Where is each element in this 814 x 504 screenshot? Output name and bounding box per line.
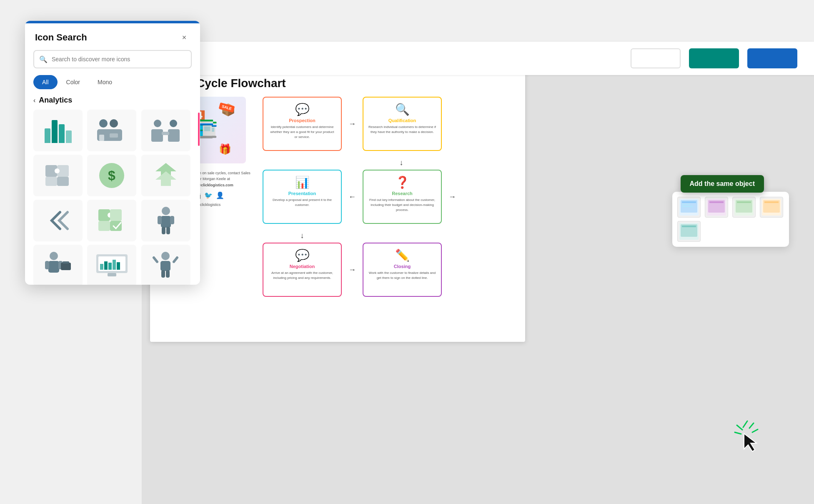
thumb-item-3[interactable] — [732, 197, 756, 218]
back-arrow-icon: ‹ — [33, 97, 35, 104]
svg-rect-63 — [737, 204, 749, 205]
svg-rect-58 — [709, 204, 719, 205]
analytics-screen-icon — [94, 252, 130, 279]
research-icon: ❓ — [368, 176, 436, 189]
svg-rect-48 — [161, 270, 165, 278]
svg-rect-64 — [737, 206, 743, 207]
flow-row-1: 💬 Prospection Identify potential custome… — [263, 97, 513, 151]
svg-rect-67 — [764, 201, 779, 203]
svg-rect-21 — [98, 221, 110, 231]
svg-rect-59 — [709, 206, 717, 207]
filter-tab-color[interactable]: Color — [58, 75, 89, 89]
search-input[interactable] — [33, 50, 192, 68]
svg-rect-25 — [161, 216, 171, 228]
svg-point-0 — [99, 119, 108, 128]
icon-cell-chevrons[interactable] — [33, 200, 83, 241]
arrow-up-icon — [153, 161, 178, 190]
closing-desc: Work with the customer to finalize detai… — [368, 271, 436, 281]
svg-rect-57 — [709, 201, 724, 203]
flow-box-prospection[interactable]: 💬 Prospection Identify potential custome… — [263, 97, 342, 151]
presentation-title: Presentation — [268, 191, 336, 196]
svg-rect-35 — [63, 261, 69, 263]
flowchart-area: 🏪 📦 💰 🎁 SALE For more information on sal… — [163, 97, 513, 303]
icon-cell-briefcase-person[interactable] — [33, 245, 83, 285]
doc-canvas: ▶ CLICK LOGISTICS Sales Cycle Flowchart … — [142, 42, 814, 504]
toolbar-button-white[interactable] — [631, 48, 681, 68]
icon-cell-puzzle[interactable] — [33, 155, 83, 196]
thumbnail-panel — [672, 192, 789, 247]
svg-rect-49 — [166, 270, 170, 278]
flow-box-negotiation[interactable]: 💬 Negotiation Arrive at an agreement wit… — [263, 243, 342, 297]
toolbar-button-blue[interactable] — [747, 48, 797, 68]
document: ▶ CLICK LOGISTICS Sales Cycle Flowchart … — [150, 50, 525, 342]
svg-rect-8 — [168, 129, 180, 142]
negotiation-title: Negotiation — [268, 264, 336, 269]
prospection-title: Prospection — [268, 118, 336, 123]
thumb-item-1[interactable] — [677, 197, 701, 218]
add-same-tooltip: Add the same object — [681, 175, 764, 193]
back-label: Analytics — [39, 96, 72, 105]
research-title: Research — [368, 191, 436, 196]
icon-cell-handshake[interactable] — [141, 110, 190, 151]
svg-rect-34 — [61, 263, 71, 270]
svg-point-44 — [161, 252, 170, 260]
flow-box-research[interactable]: ❓ Research Find out key information abou… — [363, 170, 442, 224]
presentation-icon: 📊 — [268, 176, 336, 189]
svg-line-47 — [174, 258, 177, 262]
svg-rect-74 — [682, 230, 694, 231]
arrow-right-3: → — [348, 266, 356, 274]
icon-cell-analytics-screen[interactable] — [87, 245, 136, 285]
svg-rect-62 — [737, 201, 751, 203]
panel-close-button[interactable]: × — [178, 32, 190, 43]
svg-rect-23 — [110, 221, 122, 231]
svg-rect-3 — [99, 135, 104, 141]
svg-rect-41 — [113, 260, 116, 270]
svg-rect-73 — [682, 228, 689, 229]
panel-header: Icon Search × — [25, 23, 200, 50]
icon-cell-team-meeting[interactable] — [87, 110, 136, 151]
svg-point-6 — [170, 120, 177, 127]
thumb-item-2[interactable] — [705, 197, 728, 218]
doc-title: Sales Cycle Flowchart — [163, 77, 513, 90]
facebook-icon: 👤 — [216, 191, 224, 199]
research-desc: Find out key information about the custo… — [368, 198, 436, 213]
flow-box-qualification[interactable]: 🔍 Qualification Research individual cust… — [363, 97, 442, 151]
handshake-icon — [149, 116, 183, 145]
svg-rect-7 — [151, 129, 163, 142]
svg-point-24 — [162, 207, 170, 215]
negotiation-icon: 💬 — [268, 248, 336, 262]
back-nav[interactable]: ‹ Analytics — [25, 96, 200, 110]
thumb-item-5[interactable] — [677, 221, 701, 242]
filter-tab-mono[interactable]: Mono — [89, 75, 121, 89]
scroll-thumb — [198, 113, 200, 146]
svg-rect-42 — [117, 262, 120, 270]
thumb-item-4[interactable] — [760, 197, 783, 218]
flow-row-3: 💬 Negotiation Arrive at an agreement wit… — [263, 243, 513, 297]
closing-title: Closing — [368, 264, 436, 269]
svg-rect-31 — [48, 261, 59, 273]
svg-rect-45 — [160, 261, 170, 271]
thumb-3-preview — [734, 198, 754, 216]
svg-line-46 — [154, 258, 157, 262]
prospection-desc: Identify potential customers and determi… — [268, 125, 336, 140]
filter-tabs: All Color Mono — [33, 75, 192, 89]
icon-cell-arrow-up[interactable] — [141, 155, 190, 196]
svg-point-5 — [154, 120, 161, 127]
svg-rect-28 — [162, 227, 165, 234]
flowchart-right: 💬 Prospection Identify potential custome… — [263, 97, 513, 303]
icon-cell-bar-chart[interactable] — [33, 110, 83, 151]
flow-box-closing[interactable]: ✏️ Closing Work with the customer to fin… — [363, 243, 442, 297]
flow-box-presentation[interactable]: 📊 Presentation Develop a proposal and pr… — [263, 170, 342, 224]
thumb-4-preview — [761, 198, 782, 216]
scroll-indicator — [198, 104, 200, 285]
icon-cell-puzzle-check[interactable] — [87, 200, 136, 241]
svg-rect-52 — [682, 201, 696, 203]
thumb-2-preview — [706, 198, 727, 216]
filter-tab-all[interactable]: All — [33, 75, 58, 89]
icon-cell-dollar[interactable]: $ — [87, 155, 136, 196]
svg-rect-72 — [682, 226, 696, 227]
toolbar-button-teal[interactable] — [689, 48, 739, 68]
icon-cell-person[interactable] — [141, 200, 190, 241]
icon-cell-person-celebrate[interactable] — [141, 245, 190, 285]
closing-icon: ✏️ — [368, 248, 436, 262]
